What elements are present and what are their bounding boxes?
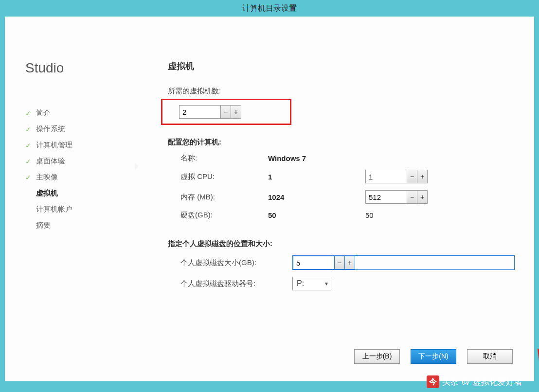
disk-label: 硬盘(GB): — [180, 211, 268, 220]
chevron-down-icon: ▼ — [324, 281, 329, 286]
sidebar: Studio ✓ 简介 ✓ 操作系统 ✓ 计算机管理 ✓ 桌面体验 ✓ 主映像 — [5, 17, 139, 381]
config-grid: 名称: Windows 7 虚拟 CPU: 1 − + 内存 (MB): 102… — [180, 154, 515, 220]
sidebar-item-intro[interactable]: ✓ 简介 — [25, 105, 124, 121]
watermark-author: 虚拟化爱好者 — [473, 376, 522, 388]
main-panel: 虚拟机 所需的虚拟机数: − + 配置您的计算机: 名称: Windows 7 … — [139, 17, 534, 381]
personal-disk-title: 指定个人虚拟磁盘的位置和大小: — [168, 239, 515, 249]
sidebar-item-summary[interactable]: ✓ 摘要 — [25, 217, 124, 233]
pvd-drive-value: P: — [297, 279, 304, 288]
pvd-size-label: 个人虚拟磁盘大小(GB): — [180, 258, 292, 267]
mem-increment[interactable]: + — [417, 190, 428, 204]
mem-value: 1024 — [268, 193, 365, 201]
sidebar-item-label: 虚拟机 — [36, 189, 58, 198]
cpu-increment[interactable]: + — [417, 170, 428, 183]
cpu-stepper: − + — [365, 170, 515, 183]
sidebar-item-master-image[interactable]: ✓ 主映像 — [25, 169, 124, 185]
pvd-drive-select[interactable]: P: ▼ — [292, 277, 331, 290]
step-indicator-icon — [135, 162, 139, 170]
sidebar-title: Studio — [25, 60, 124, 76]
annotation-arrow-icon — [474, 306, 539, 374]
name-value: Windows 7 — [268, 154, 365, 162]
config-title: 配置您的计算机: — [168, 138, 515, 147]
sidebar-item-desktop-exp[interactable]: ✓ 桌面体验 — [25, 153, 124, 169]
pvd-size-decrement[interactable]: − — [334, 256, 345, 269]
sidebar-item-label: 计算机帐户 — [36, 205, 72, 214]
sidebar-item-vm[interactable]: ✓ 虚拟机 — [25, 185, 124, 201]
check-icon: ✓ — [25, 125, 32, 133]
dialog-window: 计算机目录设置 Studio ✓ 简介 ✓ 操作系统 ✓ 计算机管理 ✓ 桌面体… — [4, 0, 535, 382]
cpu-label: 虚拟 CPU: — [180, 172, 268, 181]
sidebar-item-label: 操作系统 — [36, 125, 65, 134]
page-heading: 虚拟机 — [168, 60, 515, 72]
vm-count-input[interactable] — [179, 105, 221, 119]
watermark-source: 头条 — [442, 376, 459, 388]
check-icon: ✓ — [25, 158, 32, 165]
sidebar-item-label: 摘要 — [36, 221, 51, 230]
disk-value: 50 — [268, 211, 365, 219]
mem-label: 内存 (MB): — [180, 193, 268, 202]
check-icon: ✓ — [25, 174, 32, 181]
vm-count-highlight: − + — [161, 99, 291, 125]
sidebar-item-label: 主映像 — [36, 173, 58, 182]
content-area: Studio ✓ 简介 ✓ 操作系统 ✓ 计算机管理 ✓ 桌面体验 ✓ 主映像 — [5, 17, 534, 381]
cpu-decrement[interactable]: − — [407, 170, 417, 183]
vm-count-increment[interactable]: + — [231, 105, 241, 119]
mem-input[interactable] — [365, 190, 407, 204]
vm-count-label: 所需的虚拟机数: — [168, 87, 515, 96]
vm-count-decrement[interactable]: − — [220, 105, 231, 119]
name-label: 名称: — [180, 154, 268, 163]
sidebar-item-os[interactable]: ✓ 操作系统 — [25, 121, 124, 137]
check-icon: ✓ — [25, 142, 32, 149]
cpu-value: 1 — [268, 173, 365, 181]
sidebar-item-machine-mgmt[interactable]: ✓ 计算机管理 — [25, 137, 124, 153]
vm-count-stepper: − + — [179, 105, 241, 119]
sidebar-item-label: 简介 — [36, 108, 51, 118]
sidebar-item-label: 桌面体验 — [36, 157, 65, 166]
toutiao-logo-icon: 今 — [427, 375, 439, 388]
button-row: 上一步(B) 下一步(N) 取消 — [354, 349, 513, 364]
disk-value2: 50 — [365, 211, 515, 219]
personal-disk-grid: 个人虚拟磁盘大小(GB): − + 个人虚拟磁盘驱动器号: P: ▼ — [180, 255, 515, 290]
next-button[interactable]: 下一步(N) — [411, 349, 456, 364]
pvd-size-input[interactable] — [293, 256, 335, 269]
watermark: 今 头条 @ 虚拟化爱好者 — [427, 375, 522, 388]
back-button[interactable]: 上一步(B) — [354, 349, 400, 364]
pvd-size-stepper: − + — [292, 255, 515, 270]
sidebar-item-label: 计算机管理 — [36, 141, 72, 150]
sidebar-item-accounts[interactable]: ✓ 计算机帐户 — [25, 201, 124, 217]
titlebar: 计算机目录设置 — [4, 0, 535, 17]
cpu-input[interactable] — [365, 170, 407, 183]
check-icon: ✓ — [25, 109, 32, 117]
watermark-at: @ — [462, 377, 470, 387]
pvd-drive-label: 个人虚拟磁盘驱动器号: — [180, 279, 292, 288]
cancel-button[interactable]: 取消 — [467, 349, 513, 364]
mem-decrement[interactable]: − — [407, 190, 417, 204]
mem-stepper: − + — [365, 190, 515, 204]
pvd-size-increment[interactable]: + — [344, 256, 355, 269]
